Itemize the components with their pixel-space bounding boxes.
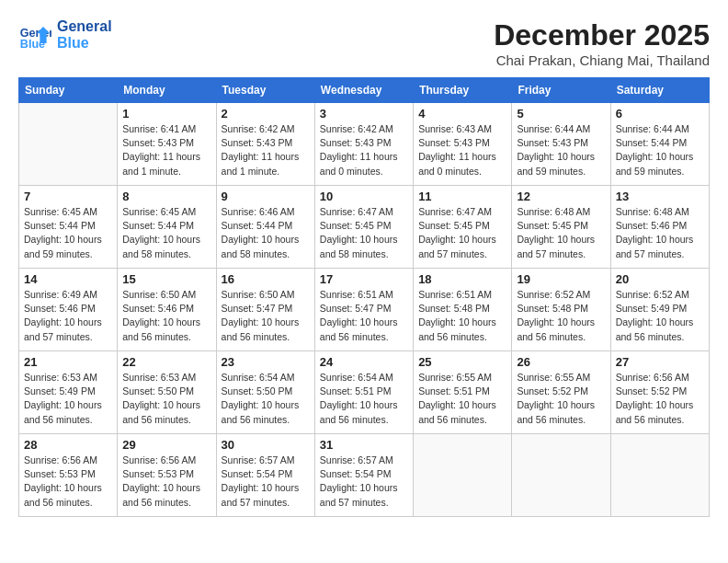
- calendar-cell: [512, 434, 610, 517]
- day-info: Sunrise: 6:55 AM Sunset: 5:51 PM Dayligh…: [418, 371, 506, 427]
- weekday-header-friday: Friday: [512, 78, 610, 103]
- day-info: Sunrise: 6:57 AM Sunset: 5:54 PM Dayligh…: [320, 454, 408, 510]
- calendar-cell: 12Sunrise: 6:48 AM Sunset: 5:45 PM Dayli…: [512, 186, 610, 269]
- day-number: 3: [320, 107, 408, 121]
- calendar-cell: 2Sunrise: 6:42 AM Sunset: 5:43 PM Daylig…: [216, 103, 314, 186]
- day-info: Sunrise: 6:44 AM Sunset: 5:43 PM Dayligh…: [517, 122, 605, 178]
- day-info: Sunrise: 6:46 AM Sunset: 5:44 PM Dayligh…: [222, 205, 310, 261]
- day-info: Sunrise: 6:55 AM Sunset: 5:52 PM Dayligh…: [517, 371, 605, 427]
- day-info: Sunrise: 6:47 AM Sunset: 5:45 PM Dayligh…: [418, 205, 506, 261]
- weekday-header-saturday: Saturday: [610, 78, 709, 103]
- calendar-cell: 27Sunrise: 6:56 AM Sunset: 5:52 PM Dayli…: [610, 351, 709, 434]
- calendar-cell: 1Sunrise: 6:41 AM Sunset: 5:43 PM Daylig…: [118, 103, 216, 186]
- calendar-cell: 13Sunrise: 6:48 AM Sunset: 5:46 PM Dayli…: [610, 186, 709, 269]
- month-title: December 2025: [494, 18, 710, 52]
- day-number: 16: [222, 272, 310, 286]
- day-number: 26: [517, 355, 605, 369]
- calendar-cell: 17Sunrise: 6:51 AM Sunset: 5:47 PM Dayli…: [314, 269, 413, 351]
- calendar-cell: 3Sunrise: 6:42 AM Sunset: 5:43 PM Daylig…: [314, 103, 413, 186]
- day-info: Sunrise: 6:49 AM Sunset: 5:46 PM Dayligh…: [24, 288, 112, 344]
- day-info: Sunrise: 6:50 AM Sunset: 5:46 PM Dayligh…: [122, 288, 210, 344]
- day-info: Sunrise: 6:50 AM Sunset: 5:47 PM Dayligh…: [222, 288, 310, 344]
- day-info: Sunrise: 6:48 AM Sunset: 5:46 PM Dayligh…: [616, 205, 704, 261]
- day-info: Sunrise: 6:56 AM Sunset: 5:52 PM Dayligh…: [616, 371, 704, 427]
- calendar-cell: 19Sunrise: 6:52 AM Sunset: 5:48 PM Dayli…: [512, 269, 610, 351]
- calendar-cell: 4Sunrise: 6:43 AM Sunset: 5:43 PM Daylig…: [414, 103, 512, 186]
- day-number: 29: [122, 438, 210, 452]
- weekday-header-sunday: Sunday: [19, 78, 118, 103]
- day-info: Sunrise: 6:52 AM Sunset: 5:48 PM Dayligh…: [517, 288, 605, 344]
- weekday-header-monday: Monday: [118, 78, 216, 103]
- logo-blue: Blue: [57, 35, 112, 52]
- day-info: Sunrise: 6:43 AM Sunset: 5:43 PM Dayligh…: [418, 122, 506, 178]
- day-number: 4: [418, 107, 506, 121]
- title-block: December 2025 Chai Prakan, Chiang Mai, T…: [494, 18, 710, 68]
- day-number: 5: [517, 107, 605, 121]
- weekday-header-tuesday: Tuesday: [216, 78, 314, 103]
- week-row-4: 21Sunrise: 6:53 AM Sunset: 5:49 PM Dayli…: [19, 351, 710, 434]
- calendar-cell: 23Sunrise: 6:54 AM Sunset: 5:50 PM Dayli…: [216, 351, 314, 434]
- week-row-5: 28Sunrise: 6:56 AM Sunset: 5:53 PM Dayli…: [19, 434, 710, 517]
- calendar-cell: 18Sunrise: 6:51 AM Sunset: 5:48 PM Dayli…: [414, 269, 512, 351]
- calendar-cell: 8Sunrise: 6:45 AM Sunset: 5:44 PM Daylig…: [118, 186, 216, 269]
- calendar-cell: 16Sunrise: 6:50 AM Sunset: 5:47 PM Dayli…: [216, 269, 314, 351]
- day-info: Sunrise: 6:53 AM Sunset: 5:50 PM Dayligh…: [122, 371, 210, 427]
- day-info: Sunrise: 6:42 AM Sunset: 5:43 PM Dayligh…: [222, 122, 310, 178]
- day-number: 1: [122, 107, 210, 121]
- logo-icon: General Blue: [18, 18, 51, 52]
- weekday-header-row: SundayMondayTuesdayWednesdayThursdayFrid…: [19, 78, 710, 103]
- day-info: Sunrise: 6:48 AM Sunset: 5:45 PM Dayligh…: [517, 205, 605, 261]
- calendar-cell: 26Sunrise: 6:55 AM Sunset: 5:52 PM Dayli…: [512, 351, 610, 434]
- day-number: 17: [320, 272, 408, 286]
- day-info: Sunrise: 6:52 AM Sunset: 5:49 PM Dayligh…: [616, 288, 704, 344]
- weekday-header-thursday: Thursday: [414, 78, 512, 103]
- calendar-cell: 10Sunrise: 6:47 AM Sunset: 5:45 PM Dayli…: [314, 186, 413, 269]
- calendar-cell: 25Sunrise: 6:55 AM Sunset: 5:51 PM Dayli…: [414, 351, 512, 434]
- day-info: Sunrise: 6:56 AM Sunset: 5:53 PM Dayligh…: [122, 454, 210, 510]
- week-row-2: 7Sunrise: 6:45 AM Sunset: 5:44 PM Daylig…: [19, 186, 710, 269]
- day-number: 19: [517, 272, 605, 286]
- day-number: 11: [418, 190, 506, 203]
- calendar-cell: 21Sunrise: 6:53 AM Sunset: 5:49 PM Dayli…: [19, 351, 118, 434]
- day-info: Sunrise: 6:57 AM Sunset: 5:54 PM Dayligh…: [222, 454, 310, 510]
- calendar-cell: 24Sunrise: 6:54 AM Sunset: 5:51 PM Dayli…: [314, 351, 413, 434]
- day-info: Sunrise: 6:53 AM Sunset: 5:49 PM Dayligh…: [24, 371, 112, 427]
- calendar-cell: 28Sunrise: 6:56 AM Sunset: 5:53 PM Dayli…: [19, 434, 118, 517]
- day-number: 8: [122, 190, 210, 203]
- day-number: 31: [320, 438, 408, 452]
- logo: General Blue General Blue: [18, 18, 112, 52]
- day-number: 6: [616, 107, 704, 121]
- calendar-cell: [414, 434, 512, 517]
- day-number: 2: [222, 107, 310, 121]
- day-info: Sunrise: 6:45 AM Sunset: 5:44 PM Dayligh…: [122, 205, 210, 261]
- day-info: Sunrise: 6:54 AM Sunset: 5:51 PM Dayligh…: [320, 371, 408, 427]
- day-info: Sunrise: 6:54 AM Sunset: 5:50 PM Dayligh…: [222, 371, 310, 427]
- calendar-table: SundayMondayTuesdayWednesdayThursdayFrid…: [18, 77, 710, 517]
- day-number: 18: [418, 272, 506, 286]
- calendar-cell: 31Sunrise: 6:57 AM Sunset: 5:54 PM Dayli…: [314, 434, 413, 517]
- location: Chai Prakan, Chiang Mai, Thailand: [494, 52, 710, 68]
- day-info: Sunrise: 6:42 AM Sunset: 5:43 PM Dayligh…: [320, 122, 408, 178]
- day-info: Sunrise: 6:45 AM Sunset: 5:44 PM Dayligh…: [24, 205, 112, 261]
- day-info: Sunrise: 6:56 AM Sunset: 5:53 PM Dayligh…: [24, 454, 112, 510]
- calendar-cell: 7Sunrise: 6:45 AM Sunset: 5:44 PM Daylig…: [19, 186, 118, 269]
- day-info: Sunrise: 6:41 AM Sunset: 5:43 PM Dayligh…: [122, 122, 210, 178]
- day-number: 7: [24, 190, 112, 203]
- calendar-cell: [610, 434, 709, 517]
- day-number: 30: [222, 438, 310, 452]
- day-info: Sunrise: 6:47 AM Sunset: 5:45 PM Dayligh…: [320, 205, 408, 261]
- day-number: 13: [616, 190, 704, 203]
- page-header: General Blue General Blue December 2025 …: [18, 18, 710, 68]
- calendar-cell: 5Sunrise: 6:44 AM Sunset: 5:43 PM Daylig…: [512, 103, 610, 186]
- calendar-cell: 11Sunrise: 6:47 AM Sunset: 5:45 PM Dayli…: [414, 186, 512, 269]
- calendar-cell: 6Sunrise: 6:44 AM Sunset: 5:44 PM Daylig…: [610, 103, 709, 186]
- day-info: Sunrise: 6:51 AM Sunset: 5:47 PM Dayligh…: [320, 288, 408, 344]
- calendar-cell: 15Sunrise: 6:50 AM Sunset: 5:46 PM Dayli…: [118, 269, 216, 351]
- week-row-1: 1Sunrise: 6:41 AM Sunset: 5:43 PM Daylig…: [19, 103, 710, 186]
- weekday-header-wednesday: Wednesday: [314, 78, 413, 103]
- day-number: 14: [24, 272, 112, 286]
- calendar-cell: [19, 103, 118, 186]
- day-number: 9: [222, 190, 310, 203]
- day-number: 24: [320, 355, 408, 369]
- calendar-cell: 14Sunrise: 6:49 AM Sunset: 5:46 PM Dayli…: [19, 269, 118, 351]
